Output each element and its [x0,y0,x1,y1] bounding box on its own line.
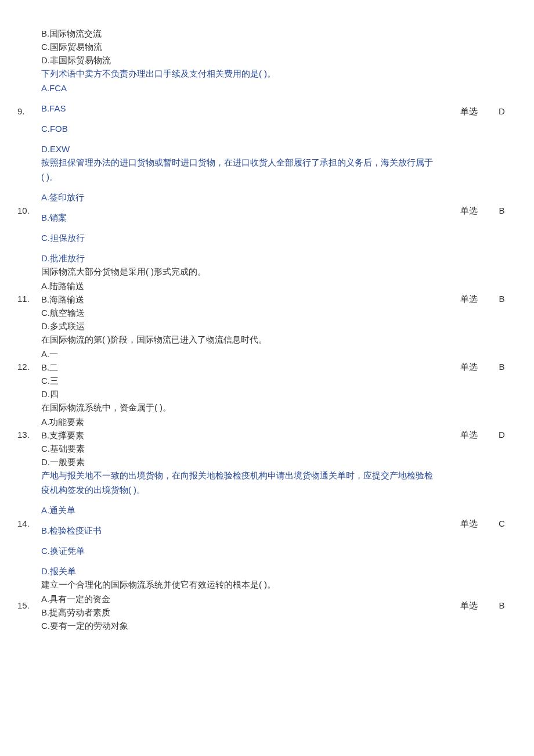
option-text: B.FAS [41,102,451,115]
question-number: 12. [17,333,41,401]
question-body: B.国际物流交流 C.国际贸易物流 D.非国际贸易物流 [41,12,451,67]
option-text: D.一般要素 [41,455,451,469]
option-text: D.非国际贸易物流 [41,53,451,67]
option-text: C.国际贸易物流 [41,40,451,53]
question-answer: D [487,67,517,156]
option-text: A.功能要素 [41,415,451,429]
question-number: 14. [17,469,41,578]
option-text: B.提高劳动者素质 [41,606,451,619]
question-number: 10. [17,156,41,265]
table-row: 12. 在国际物流的第( )阶段，国际物流已进入了物流信息时代。 A.一 B.二… [17,333,517,401]
option-text: B.支撑要素 [41,429,451,442]
option-text: C.担保放行 [41,231,451,244]
table-row: 13. 在国际物流系统中，资金属于( )。 A.功能要素 B.支撑要素 C.基础… [17,401,517,469]
question-table: B.国际物流交流 C.国际贸易物流 D.非国际贸易物流 9. 下列术语中卖方不负… [17,12,517,632]
question-type: 单选 [451,67,486,156]
question-answer: B [487,156,517,265]
question-type: 单选 [451,333,486,401]
question-answer: D [487,401,517,469]
option-text: A.陆路输送 [41,279,451,293]
question-stem: ( )。 [41,170,451,183]
question-answer: B [487,578,517,632]
question-stem: 下列术语中卖方不负责办理出口手续及支付相关费用的是( )。 [41,67,451,80]
question-number [17,12,41,67]
question-type [451,12,486,67]
option-text: D.EXW [41,142,451,156]
table-row: 11. 国际物流大部分货物是采用( )形式完成的。 A.陆路输送 B.海路输送 … [17,265,517,333]
table-row: 9. 下列术语中卖方不负责办理出口手续及支付相关费用的是( )。 A.FCA B… [17,67,517,156]
exam-page: B.国际物流交流 C.国际贸易物流 D.非国际贸易物流 9. 下列术语中卖方不负… [0,0,534,756]
option-text: D.报关单 [41,564,451,578]
question-stem: 建立一个合理化的国际物流系统并使它有效运转的根本是( )。 [41,578,451,591]
question-body: 建立一个合理化的国际物流系统并使它有效运转的根本是( )。 A.具有一定的资金 … [41,578,451,632]
question-type: 单选 [451,401,486,469]
option-text: C.三 [41,374,451,387]
option-text: C.要有一定的劳动对象 [41,619,451,632]
question-answer: B [487,333,517,401]
option-text: C.换证凭单 [41,544,451,557]
question-body: 国际物流大部分货物是采用( )形式完成的。 A.陆路输送 B.海路输送 C.航空… [41,265,451,333]
option-text: B.检验检疫证书 [41,524,451,537]
question-type: 单选 [451,265,486,333]
question-number: 15. [17,578,41,632]
option-text: A.签印放行 [41,190,451,204]
question-number: 9. [17,67,41,156]
option-text: A.一 [41,347,451,361]
question-stem: 按照担保管理办法的进口货物或暂时进口货物，在进口收货人全部履行了承担的义务后，海… [41,156,451,169]
question-number: 11. [17,265,41,333]
question-body: 产地与报关地不一致的出境货物，在向报关地检验检疫机构申请出境货物通关单时，应提交… [41,469,451,578]
option-text: C.FOB [41,122,451,135]
question-type: 单选 [451,156,486,265]
option-text: A.通关单 [41,503,451,517]
question-answer [487,12,517,67]
option-text: D.多式联运 [41,319,451,333]
question-stem: 疫机构签发的出境货物( )。 [41,483,451,496]
question-type: 单选 [451,469,486,578]
option-text: D.批准放行 [41,251,451,265]
table-row: 14. 产地与报关地不一致的出境货物，在向报关地检验检疫机构申请出境货物通关单时… [17,469,517,578]
question-stem: 在国际物流的第( )阶段，国际物流已进入了物流信息时代。 [41,333,451,346]
question-stem: 产地与报关地不一致的出境货物，在向报关地检验检疫机构申请出境货物通关单时，应提交… [41,469,451,482]
question-stem: 国际物流大部分货物是采用( )形式完成的。 [41,265,451,278]
question-number: 13. [17,401,41,469]
option-text: B.销案 [41,211,451,224]
option-text: A.具有一定的资金 [41,592,451,606]
question-body: 下列术语中卖方不负责办理出口手续及支付相关费用的是( )。 A.FCA B.FA… [41,67,451,156]
option-text: A.FCA [41,81,451,95]
option-text: B.国际物流交流 [41,27,451,40]
question-type: 单选 [451,578,486,632]
question-body: 在国际物流的第( )阶段，国际物流已进入了物流信息时代。 A.一 B.二 C.三… [41,333,451,401]
question-answer: C [487,469,517,578]
option-text: C.航空输送 [41,306,451,319]
option-text: C.基础要素 [41,442,451,455]
question-body: 按照担保管理办法的进口货物或暂时进口货物，在进口收货人全部履行了承担的义务后，海… [41,156,451,265]
table-row: 15. 建立一个合理化的国际物流系统并使它有效运转的根本是( )。 A.具有一定… [17,578,517,632]
option-text: B.海路输送 [41,293,451,306]
question-body: 在国际物流系统中，资金属于( )。 A.功能要素 B.支撑要素 C.基础要素 D… [41,401,451,469]
option-text: B.二 [41,361,451,374]
option-text: D.四 [41,387,451,401]
question-stem: 在国际物流系统中，资金属于( )。 [41,401,451,414]
table-row: 10. 按照担保管理办法的进口货物或暂时进口货物，在进口收货人全部履行了承担的义… [17,156,517,265]
table-row: B.国际物流交流 C.国际贸易物流 D.非国际贸易物流 [17,12,517,67]
question-answer: B [487,265,517,333]
